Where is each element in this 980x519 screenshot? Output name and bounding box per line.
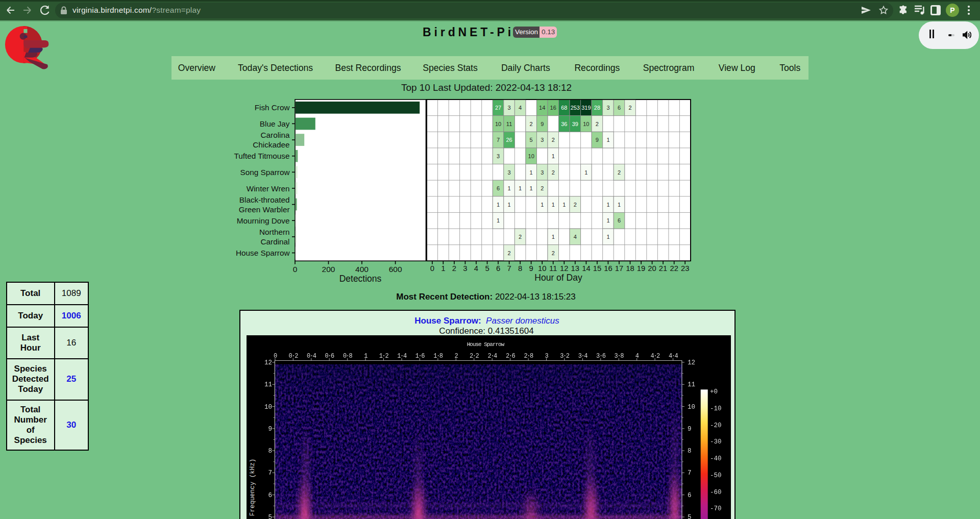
svg-text:6: 6 — [688, 492, 692, 499]
svg-text:28: 28 — [594, 105, 600, 111]
svg-text:1·6: 1·6 — [415, 353, 425, 360]
svg-text:1: 1 — [618, 202, 621, 208]
svg-text:10: 10 — [538, 264, 546, 273]
svg-text:5: 5 — [688, 514, 692, 519]
svg-text:11: 11 — [688, 381, 695, 388]
svg-text:2: 2 — [596, 121, 599, 127]
svg-text:2·6: 2·6 — [506, 353, 516, 360]
svg-text:12: 12 — [560, 264, 568, 273]
svg-text:2: 2 — [552, 169, 555, 176]
svg-text:-70: -70 — [710, 505, 722, 512]
svg-text:House Sparrow: House Sparrow — [236, 249, 290, 257]
svg-text:10: 10 — [583, 121, 589, 127]
svg-text:1: 1 — [441, 264, 445, 273]
svg-text:2: 2 — [530, 121, 533, 127]
svg-text:2: 2 — [519, 234, 522, 240]
svg-text:2: 2 — [628, 105, 631, 111]
svg-text:0: 0 — [430, 264, 434, 273]
svg-text:10: 10 — [528, 153, 534, 159]
svg-text:Cardinal: Cardinal — [261, 237, 290, 246]
svg-text:1: 1 — [519, 185, 522, 191]
svg-text:3: 3 — [541, 169, 544, 176]
svg-text:1: 1 — [606, 137, 609, 143]
svg-text:1·8: 1·8 — [433, 353, 443, 360]
svg-text:19: 19 — [637, 264, 645, 273]
svg-text:1: 1 — [552, 202, 555, 208]
svg-text:-60: -60 — [710, 489, 722, 496]
svg-text:27: 27 — [495, 105, 501, 111]
svg-text:7: 7 — [507, 264, 511, 273]
svg-text:0·4: 0·4 — [307, 353, 316, 360]
svg-text:11: 11 — [549, 264, 557, 273]
svg-text:3: 3 — [463, 264, 467, 273]
svg-text:Top 10 Last Updated: 2022-04-1: Top 10 Last Updated: 2022-04-13 18:12 — [401, 82, 572, 93]
svg-text:Song Sparrow: Song Sparrow — [240, 168, 290, 177]
svg-text:22: 22 — [670, 264, 678, 273]
svg-text:2: 2 — [507, 250, 510, 256]
svg-text:9: 9 — [541, 121, 544, 127]
svg-text:Winter Wren: Winter Wren — [247, 184, 290, 193]
svg-text:7: 7 — [268, 469, 272, 477]
svg-text:12: 12 — [688, 359, 695, 366]
svg-text:20: 20 — [648, 264, 656, 273]
svg-text:Blue Jay: Blue Jay — [260, 119, 290, 128]
svg-text:6: 6 — [618, 217, 621, 224]
svg-text:4·4: 4·4 — [669, 353, 678, 360]
svg-text:16: 16 — [604, 264, 612, 273]
svg-text:0: 0 — [293, 265, 298, 274]
svg-text:2: 2 — [574, 202, 577, 208]
svg-text:1: 1 — [584, 169, 587, 176]
svg-text:9: 9 — [596, 137, 599, 143]
svg-text:+0: +0 — [710, 388, 718, 396]
svg-text:68: 68 — [561, 105, 567, 111]
svg-text:1: 1 — [497, 202, 500, 208]
svg-text:6: 6 — [618, 105, 621, 111]
svg-text:1: 1 — [507, 185, 510, 191]
svg-text:1: 1 — [541, 202, 544, 208]
svg-text:600: 600 — [389, 265, 402, 274]
svg-text:House Sparrow: House Sparrow — [467, 341, 505, 348]
svg-text:7: 7 — [688, 469, 692, 477]
svg-text:3: 3 — [497, 153, 500, 159]
svg-text:1: 1 — [552, 234, 555, 240]
svg-text:Carolina: Carolina — [261, 131, 290, 139]
svg-text:Fish Crow: Fish Crow — [255, 103, 290, 112]
svg-text:4·2: 4·2 — [650, 353, 660, 360]
svg-text:10: 10 — [688, 404, 695, 411]
svg-text:319: 319 — [581, 105, 591, 111]
svg-text:2·2: 2·2 — [470, 353, 479, 360]
svg-text:200: 200 — [322, 265, 335, 274]
svg-text:18: 18 — [626, 264, 634, 273]
svg-text:5: 5 — [268, 514, 272, 519]
svg-text:11: 11 — [506, 121, 512, 127]
svg-text:2: 2 — [541, 185, 544, 191]
svg-text:-40: -40 — [710, 455, 722, 462]
svg-text:36: 36 — [561, 121, 567, 127]
svg-text:10: 10 — [264, 404, 272, 411]
svg-text:Northern: Northern — [259, 228, 290, 236]
svg-text:0·6: 0·6 — [325, 353, 334, 360]
svg-text:9: 9 — [688, 426, 692, 433]
svg-text:-20: -20 — [710, 422, 722, 429]
svg-text:1: 1 — [552, 153, 555, 159]
svg-text:14: 14 — [582, 264, 590, 273]
svg-text:3·4: 3·4 — [578, 353, 588, 360]
svg-text:Frequency (kHz): Frequency (kHz) — [249, 459, 256, 516]
svg-text:0·2: 0·2 — [289, 353, 299, 360]
svg-text:1·2: 1·2 — [379, 353, 389, 360]
svg-text:-50: -50 — [710, 472, 722, 479]
svg-text:1: 1 — [530, 185, 533, 191]
svg-text:Black-throated: Black-throated — [239, 195, 290, 204]
svg-text:12: 12 — [264, 359, 272, 366]
svg-text:7: 7 — [497, 137, 500, 143]
svg-text:4: 4 — [474, 264, 478, 273]
svg-text:Detections: Detections — [339, 274, 382, 284]
svg-text:2·8: 2·8 — [524, 353, 533, 360]
svg-text:5: 5 — [530, 137, 533, 143]
svg-text:Mourning Dove: Mourning Dove — [237, 216, 290, 225]
svg-text:8: 8 — [518, 264, 522, 273]
svg-text:2: 2 — [552, 137, 555, 143]
svg-text:1: 1 — [606, 202, 609, 208]
svg-text:2: 2 — [552, 250, 555, 256]
svg-text:1: 1 — [606, 217, 609, 224]
